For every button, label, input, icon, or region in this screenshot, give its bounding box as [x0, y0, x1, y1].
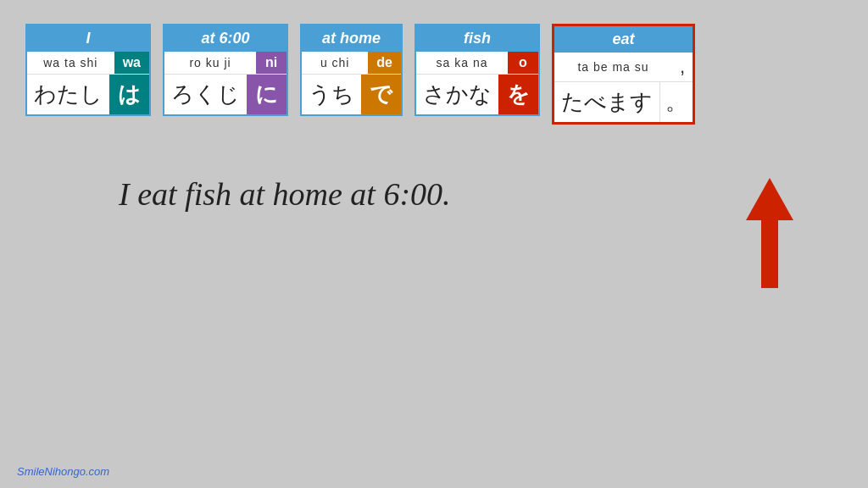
- card-athome-kana-particle: で: [361, 75, 401, 114]
- cards-row: I wa ta shi wa わたし は at 6:00 ro ku ji ni…: [25, 24, 695, 125]
- card-fish-kana: さかな: [416, 75, 498, 114]
- card-athome-kana-row: うち で: [302, 74, 401, 114]
- card-eat-romaji: ta be ma su: [554, 53, 672, 81]
- card-at600: at 6:00 ro ku ji ni ろくじ に: [163, 24, 288, 116]
- card-I-body: wa ta shi wa: [27, 52, 149, 74]
- main-content: I wa ta shi wa わたし は at 6:00 ro ku ji ni…: [0, 0, 868, 213]
- card-athome-body: u chi de: [302, 52, 401, 74]
- card-at600-kana: ろくじ: [164, 75, 247, 114]
- card-eat-body: ta be ma su ,: [554, 53, 693, 81]
- arrow-head: [746, 178, 793, 220]
- card-athome-particle: de: [368, 52, 401, 74]
- card-fish-title: fish: [416, 25, 538, 52]
- card-fish-romaji: sa ka na: [416, 52, 508, 74]
- card-athome: at home u chi de うち で: [300, 24, 403, 116]
- card-fish-body: sa ka na o: [416, 52, 538, 74]
- card-I-particle: wa: [114, 52, 149, 74]
- sentence: I eat fish at home at 6:00.: [119, 175, 451, 213]
- footer-branding: SmileNihongo.com: [17, 465, 109, 478]
- card-athome-romaji: u chi: [302, 52, 368, 74]
- card-fish-particle: o: [508, 52, 538, 74]
- card-at600-particle: ni: [256, 52, 287, 74]
- card-I-title: I: [27, 25, 149, 52]
- card-at600-kana-particle: に: [247, 75, 287, 114]
- arrow-up-indicator: [746, 178, 793, 288]
- card-I-kana-row: わたし は: [27, 74, 149, 114]
- card-eat-kana-period: 。: [659, 82, 693, 122]
- card-at600-body: ro ku ji ni: [164, 52, 287, 74]
- card-eat-period-top: ,: [672, 53, 693, 81]
- card-eat-title: eat: [554, 26, 693, 53]
- card-eat-kana: たべます: [554, 82, 659, 122]
- card-at600-title: at 6:00: [164, 25, 287, 52]
- card-I-romaji: wa ta shi: [27, 52, 114, 74]
- card-I-kana-particle: は: [109, 75, 149, 114]
- card-fish-kana-row: さかな を: [416, 74, 538, 114]
- card-at600-romaji: ro ku ji: [164, 52, 256, 74]
- card-eat: eat ta be ma su , たべます 。: [552, 24, 695, 125]
- card-at600-kana-row: ろくじ に: [164, 74, 287, 114]
- card-I: I wa ta shi wa わたし は: [25, 24, 151, 116]
- card-fish: fish sa ka na o さかな を: [415, 24, 540, 116]
- card-fish-kana-particle: を: [498, 75, 538, 114]
- card-I-kana: わたし: [27, 75, 109, 114]
- arrow-shaft: [761, 220, 778, 288]
- card-athome-kana: うち: [302, 75, 361, 114]
- card-eat-kana-row: たべます 。: [554, 81, 693, 122]
- card-athome-title: at home: [302, 25, 401, 52]
